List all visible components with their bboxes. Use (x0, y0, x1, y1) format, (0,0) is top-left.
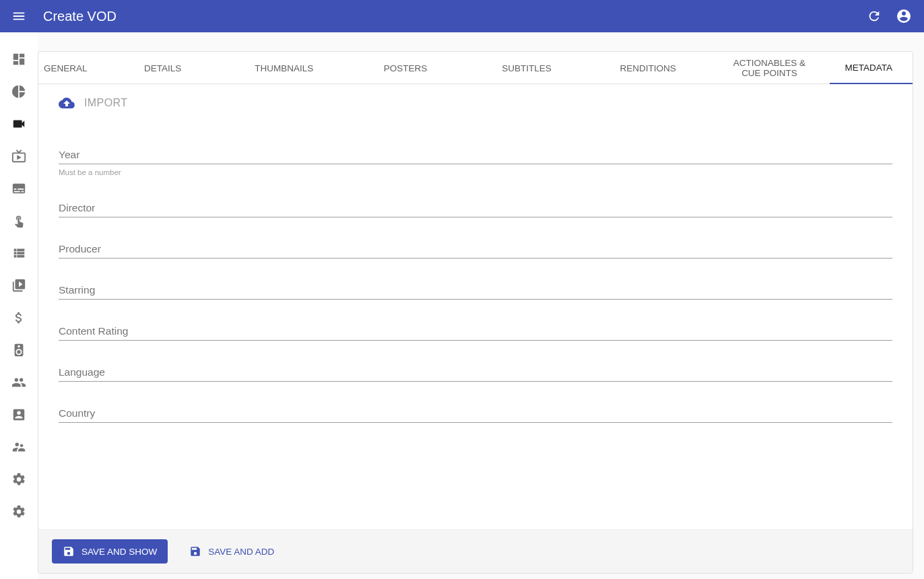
settings-icon (11, 472, 26, 487)
nav-library[interactable] (11, 277, 27, 294)
app-bar: Create VOD (0, 0, 924, 32)
starring-input[interactable]: Starring (59, 284, 892, 300)
speaker-icon (11, 343, 26, 357)
tab-subtitles[interactable]: SUBTITLES (466, 52, 587, 84)
tab-general[interactable]: GENERAL (38, 52, 102, 84)
tab-actionables[interactable]: ACTIONABLES & CUE POINTS (708, 52, 830, 84)
page-title: Create VOD (43, 9, 117, 24)
nav-settings[interactable] (11, 471, 27, 487)
refresh-button[interactable] (862, 4, 886, 28)
dashboard-icon (11, 52, 26, 67)
actions-bar: SAVE AND SHOW SAVE AND ADD (38, 529, 913, 573)
tabs: GENERAL DETAILS THUMBNAILS POSTERS SUBTI… (38, 52, 913, 84)
account-box-icon (11, 407, 26, 422)
import-label: IMPORT (84, 97, 127, 109)
side-nav (0, 32, 38, 579)
dollar-icon (11, 310, 26, 325)
nav-touch[interactable] (11, 213, 27, 229)
nav-supervisor[interactable] (11, 439, 27, 455)
nav-settings-2[interactable] (11, 504, 27, 520)
videocam-icon (11, 116, 26, 131)
director-input[interactable]: Director (59, 202, 892, 217)
view-list-icon (11, 246, 26, 261)
tab-metadata[interactable]: METADATA (830, 52, 913, 84)
pie-chart-icon (11, 84, 26, 99)
menu-icon (11, 9, 26, 24)
producer-input[interactable]: Producer (59, 243, 892, 259)
nav-vod[interactable] (11, 116, 27, 132)
account-circle-icon (896, 8, 912, 24)
save-and-show-button[interactable]: SAVE AND SHOW (52, 539, 168, 564)
supervisor-account-icon (11, 440, 26, 454)
nav-groups[interactable] (11, 374, 27, 390)
tab-renditions[interactable]: RENDITIONS (587, 52, 708, 84)
settings-icon (11, 504, 26, 519)
menu-button[interactable] (8, 5, 30, 27)
refresh-icon (867, 9, 882, 24)
cloud-upload-icon (59, 95, 75, 111)
tab-details[interactable]: DETAILS (102, 52, 224, 84)
language-input[interactable]: Language (59, 366, 892, 382)
year-helper: Must be a number (59, 168, 892, 176)
save-icon (63, 545, 75, 557)
save-icon (189, 545, 201, 557)
tab-posters[interactable]: POSTERS (345, 52, 466, 84)
content-rating-input[interactable]: Content Rating (59, 325, 892, 341)
video-library-icon (11, 278, 26, 293)
nav-account-box[interactable] (11, 407, 27, 423)
country-input[interactable]: Country (59, 407, 892, 423)
nav-speaker[interactable] (11, 342, 27, 358)
year-input[interactable]: Year (59, 149, 892, 164)
account-button[interactable] (892, 4, 916, 28)
tab-thumbnails[interactable]: THUMBNAILS (224, 52, 345, 84)
import-button[interactable]: IMPORT (59, 84, 892, 122)
nav-live[interactable] (11, 148, 27, 164)
nav-dashboard[interactable] (11, 51, 27, 67)
nav-list[interactable] (11, 245, 27, 261)
card: GENERAL DETAILS THUMBNAILS POSTERS SUBTI… (38, 51, 913, 574)
nav-analytics[interactable] (11, 83, 27, 100)
subtitles-icon (11, 181, 26, 196)
touch-app-icon (12, 214, 26, 228)
group-icon (11, 375, 26, 390)
save-and-add-label: SAVE AND ADD (208, 547, 274, 557)
live-tv-icon (11, 149, 26, 164)
nav-subtitles[interactable] (11, 180, 27, 197)
save-and-show-label: SAVE AND SHOW (81, 547, 157, 557)
save-and-add-button[interactable]: SAVE AND ADD (178, 539, 285, 564)
nav-monetization[interactable] (11, 310, 27, 326)
